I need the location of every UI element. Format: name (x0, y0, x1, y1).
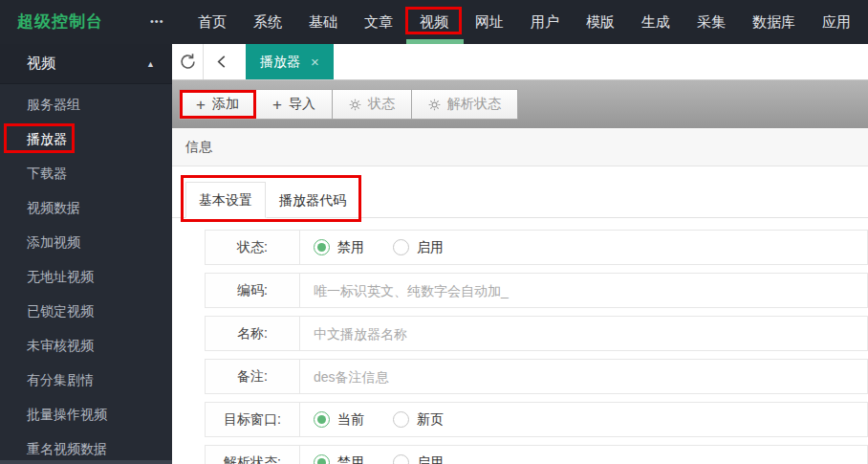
nav-item-home[interactable]: 首页 (198, 0, 227, 44)
form-row-code: 编码: (205, 273, 868, 308)
nav-item-label: 系统 (253, 13, 282, 30)
sidebar-item-player[interactable]: 播放器 (0, 122, 172, 156)
form-body: 状态: 禁用 启用 编码: (172, 218, 868, 464)
sidebar-item-batch-operate[interactable]: 批量操作视频 (0, 397, 172, 431)
nav-item-article[interactable]: 文章 (364, 0, 393, 44)
sidebar-item-label: 有分集剧情 (27, 372, 94, 387)
nav-item-user[interactable]: 用户 (531, 0, 559, 44)
gear-icon (349, 99, 361, 111)
code-input[interactable] (314, 283, 839, 298)
info-panel-header: 信息 (172, 128, 868, 166)
close-tab-icon[interactable]: × (311, 54, 319, 70)
import-button[interactable]: + 导入 (256, 89, 333, 120)
remark-input[interactable] (314, 369, 839, 385)
radio-unchecked-icon (393, 454, 409, 464)
sidebar-item-label: 无地址视频 (27, 269, 94, 284)
radio-target-new-page[interactable]: 新页 (393, 411, 444, 429)
sidebar-item-no-address-video[interactable]: 无地址视频 (0, 259, 172, 294)
nav-item-label: 文章 (364, 13, 393, 30)
sidebar-section-title: 视频 (27, 55, 55, 73)
radio-label: 禁用 (337, 239, 364, 256)
form-area: 基本设置 播放器代码 状态: 禁用 启用 (172, 166, 868, 464)
open-tab-player[interactable]: 播放器 × (246, 44, 334, 79)
radio-label: 启用 (417, 454, 444, 464)
sidebar-item-label: 视频数据 (27, 200, 80, 215)
top-navbar: 超级控制台 ••• 首页 系统 基础 文章 视频 网址 用户 模版 生成 采集 … (0, 0, 868, 44)
radio-status-disable[interactable]: 禁用 (314, 239, 364, 256)
nav-item-generate[interactable]: 生成 (641, 0, 670, 44)
radio-target-current[interactable]: 当前 (314, 411, 364, 429)
back-button[interactable] (204, 44, 239, 79)
tab-label: 基本设置 (199, 192, 252, 208)
radio-label: 新页 (417, 411, 444, 429)
sidebar-item-video-data[interactable]: 视频数据 (0, 190, 172, 225)
radio-parse-disable[interactable]: 禁用 (314, 454, 364, 464)
nav-item-label: 首页 (198, 13, 227, 30)
nav-item-basic[interactable]: 基础 (309, 0, 337, 44)
sidebar-item-unreviewed-video[interactable]: 未审核视频 (0, 328, 172, 363)
more-menu-icon[interactable]: ••• (150, 0, 164, 44)
sidebar-item-downloader[interactable]: 下载器 (0, 156, 172, 190)
tab-basic-settings[interactable]: 基本设置 (185, 182, 266, 218)
parse-status-radio-group: 禁用 启用 (300, 446, 867, 464)
field-label: 状态: (206, 231, 300, 264)
nav-item-label: 用户 (531, 13, 559, 30)
form-field (300, 274, 867, 307)
radio-parse-enable[interactable]: 启用 (393, 454, 444, 464)
parse-status-button-label: 解析状态 (447, 96, 501, 113)
app-logo[interactable]: 超级控制台 (17, 0, 103, 44)
sidebar: 视频 ▲ 服务器组 播放器 下载器 视频数据 添加视频 无地址视频 已锁定视频 … (0, 44, 172, 464)
collapse-arrow-icon: ▲ (146, 59, 155, 69)
radio-label: 启用 (417, 239, 444, 256)
parse-status-button[interactable]: 解析状态 (412, 89, 518, 120)
nav-item-label: 应用 (822, 13, 851, 30)
nav-item-url[interactable]: 网址 (475, 0, 504, 44)
status-button[interactable]: 状态 (333, 89, 412, 120)
nav-item-system[interactable]: 系统 (253, 0, 282, 44)
gear-icon (428, 99, 441, 111)
add-button[interactable]: + 添加 (179, 89, 256, 120)
nav-item-collect[interactable]: 采集 (697, 0, 726, 44)
field-label: 编码: (206, 274, 300, 307)
sidebar-item-duplicate-name[interactable]: 重名视频数据 (0, 431, 172, 464)
form-row-name: 名称: (205, 316, 868, 351)
form-row-target-window: 目标窗口: 当前 新页 (205, 402, 868, 437)
chevron-left-icon (215, 55, 228, 69)
top-nav-items: 首页 系统 基础 文章 视频 网址 用户 模版 生成 采集 数据库 应用 (198, 0, 851, 44)
sidebar-section-header[interactable]: 视频 ▲ (0, 44, 172, 84)
sidebar-item-add-video[interactable]: 添加视频 (0, 225, 172, 259)
name-input[interactable] (314, 326, 839, 342)
sidebar-item-server-group[interactable]: 服务器组 (0, 87, 172, 122)
target-window-radio-group: 当前 新页 (300, 403, 867, 436)
radio-status-enable[interactable]: 启用 (393, 239, 444, 256)
refresh-button[interactable] (172, 44, 204, 79)
nav-item-label: 视频 (420, 13, 448, 30)
plus-icon: + (196, 97, 206, 113)
form-field (300, 317, 867, 350)
tab-label: 播放器 (260, 54, 300, 71)
sidebar-item-episode-plot[interactable]: 有分集剧情 (0, 363, 172, 397)
main-content: 播放器 × + 添加 + 导入 状态 (172, 44, 868, 464)
sidebar-item-label: 播放器 (27, 131, 67, 146)
field-label: 解析状态: (206, 446, 300, 464)
nav-item-template[interactable]: 模版 (586, 0, 615, 44)
status-radio-group: 禁用 启用 (300, 231, 867, 264)
radio-checked-icon (314, 454, 330, 464)
nav-item-app[interactable]: 应用 (822, 0, 851, 44)
nav-item-database[interactable]: 数据库 (752, 0, 795, 44)
page-tabbar: 播放器 × (172, 44, 868, 80)
tab-player-code[interactable]: 播放器代码 (266, 182, 359, 218)
toolbar-button-group: + 添加 + 导入 状态 (179, 89, 518, 120)
nav-item-label: 基础 (309, 13, 337, 30)
plus-icon: + (272, 97, 282, 113)
sidebar-item-label: 批量操作视频 (27, 407, 107, 422)
field-label: 备注: (206, 360, 300, 393)
form-tabs-group: 基本设置 播放器代码 (185, 182, 359, 218)
refresh-icon (179, 53, 197, 71)
sidebar-item-locked-video[interactable]: 已锁定视频 (0, 294, 172, 328)
form-row-status: 状态: 禁用 启用 (205, 230, 868, 265)
sidebar-scrollbar[interactable] (0, 460, 172, 464)
nav-item-video[interactable]: 视频 (420, 0, 448, 44)
field-label: 目标窗口: (206, 403, 300, 436)
nav-item-label: 数据库 (752, 13, 795, 30)
